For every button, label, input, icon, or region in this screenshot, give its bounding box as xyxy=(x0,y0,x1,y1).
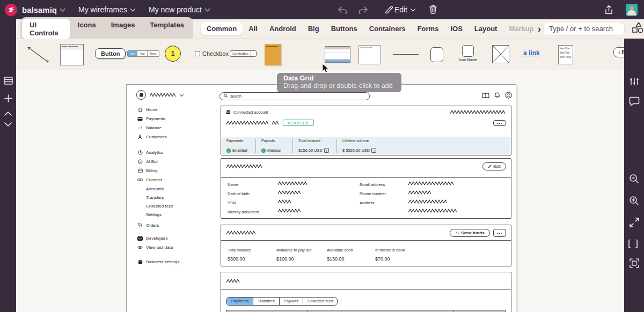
tab-collected-fees[interactable]: Collected fees xyxy=(303,298,338,305)
control-button[interactable]: Button xyxy=(95,48,126,59)
tab-payouts[interactable]: Payouts xyxy=(280,298,303,305)
tab-transfers[interactable]: Transfers xyxy=(253,298,279,305)
tab-images[interactable]: Images xyxy=(104,19,143,39)
more-categories-icon[interactable]: › xyxy=(538,23,541,35)
brackets-icon[interactable]: [ ] xyxy=(624,238,644,249)
balsamiq-logo-icon[interactable] xyxy=(5,4,17,16)
control-data-grid[interactable] xyxy=(325,46,350,63)
zoom-out-icon[interactable] xyxy=(624,174,644,184)
balance-value: $130.00 xyxy=(327,256,353,262)
editor-canvas[interactable]: Home Payments ↓↑ Balance Customers Analy… xyxy=(16,70,624,312)
field-label: SSN xyxy=(228,200,236,205)
chevron-left-icon: ‹ xyxy=(618,49,620,55)
edit-profile-button[interactable]: Edit xyxy=(482,162,506,170)
zoom-in-icon[interactable] xyxy=(624,196,644,206)
category-buttons[interactable]: Buttons xyxy=(325,22,363,35)
brand-chevron-down-icon[interactable] xyxy=(60,6,65,11)
menu-my-wireframes[interactable]: My wireframes xyxy=(78,5,135,14)
more-actions-button[interactable]: ••• xyxy=(493,229,506,237)
account-icon xyxy=(505,91,512,101)
control-sticky-note[interactable] xyxy=(265,44,281,65)
list-item: Item Two xyxy=(560,51,572,55)
edit-mode-button[interactable]: Edit xyxy=(384,2,415,17)
control-group-box[interactable]: Group Name xyxy=(358,45,381,64)
category-ios[interactable]: iOS xyxy=(444,22,468,35)
column-header: ID xyxy=(413,310,454,312)
bell-icon xyxy=(494,91,500,101)
menu-project[interactable]: My new product xyxy=(149,5,209,14)
list-item: Item One xyxy=(560,47,572,51)
group-box-label: Group Name xyxy=(360,46,372,49)
category-forms[interactable]: Forms xyxy=(412,22,445,35)
control-icon-placeholder[interactable]: Icon Name xyxy=(459,45,477,62)
tab-templates[interactable]: Templates xyxy=(143,19,192,39)
mock-nav-business-settings: Business settings xyxy=(137,259,179,264)
control-arrow[interactable] xyxy=(26,45,50,66)
control-combobox[interactable]: ComboBox ⌄ xyxy=(230,50,257,57)
storefront-icon xyxy=(226,110,231,115)
tab-ui-controls[interactable]: UI Controls xyxy=(22,19,70,39)
pencil-icon xyxy=(488,165,492,168)
menu-my-wireframes-label: My wireframes xyxy=(78,5,127,14)
category-common[interactable]: Common xyxy=(201,22,243,35)
column-header: ESTIMATED ARRIVAL xyxy=(308,310,413,312)
shapes-icon[interactable] xyxy=(630,21,644,37)
previous-page-icon[interactable] xyxy=(0,111,16,116)
mock-nav-payments: Payments xyxy=(137,116,165,121)
box-icon xyxy=(137,259,143,264)
column-header: AMOUNT xyxy=(226,310,268,312)
field-label: Address xyxy=(360,200,375,205)
fullscreen-icon[interactable] xyxy=(624,258,644,268)
field-label: Email address xyxy=(360,182,385,187)
control-numbered-badge[interactable]: 1 xyxy=(165,46,181,62)
balance-label: Total balance xyxy=(228,248,251,252)
placeholder-squiggle xyxy=(226,164,264,169)
brand-name[interactable]: balsamiq xyxy=(22,5,57,14)
trash-icon[interactable] xyxy=(426,2,441,17)
placeholder-squiggle xyxy=(408,190,434,195)
category-containers[interactable]: Containers xyxy=(363,22,412,35)
wireframe-mockup[interactable]: Home Payments ↓↑ Balance Customers Analy… xyxy=(126,84,516,312)
stat-value: $150.00 USD xyxy=(298,148,323,153)
mockup-logo xyxy=(136,90,183,100)
control-image-placeholder[interactable] xyxy=(492,45,509,63)
category-big[interactable]: Big xyxy=(302,22,325,35)
category-all[interactable]: All xyxy=(243,22,264,35)
stat-value: $ 5550.00 USD xyxy=(342,148,370,153)
properties-panel-icon[interactable] xyxy=(624,77,644,86)
category-layout[interactable]: Layout xyxy=(469,22,503,35)
comments-panel-icon[interactable] xyxy=(624,96,644,106)
pages-panel-icon[interactable] xyxy=(0,77,16,85)
zoom-fit-icon[interactable] xyxy=(624,218,644,227)
control-rounded-rect[interactable] xyxy=(430,47,443,62)
control-checkbox[interactable]: Checkbox xyxy=(195,50,229,57)
undo-icon[interactable] xyxy=(335,2,350,17)
more-actions-button[interactable]: ••• xyxy=(493,120,506,126)
mock-nav-label: Home xyxy=(146,107,157,112)
mock-search-placeholder: search xyxy=(230,94,241,98)
user-avatar[interactable] xyxy=(626,4,638,16)
category-markup[interactable]: Markup xyxy=(503,22,539,35)
mock-nav-view-test-data: View test data xyxy=(137,245,173,250)
tooltip-subtitle: Drag-and-drop or double-click to add xyxy=(283,82,395,90)
control-link[interactable]: a link xyxy=(523,49,540,57)
control-horizontal-line[interactable] xyxy=(393,54,419,55)
tab-payments[interactable]: Payments xyxy=(226,298,253,305)
add-page-icon[interactable] xyxy=(0,94,16,102)
control-list-box[interactable]: Item One Item Two Item Three xyxy=(558,45,573,64)
next-page-icon[interactable] xyxy=(0,122,16,127)
category-android[interactable]: Android xyxy=(264,22,302,35)
profile-panel: Edit Name Date of birth SSN Identity doc… xyxy=(221,158,511,219)
edit-label: Edit xyxy=(394,5,407,14)
send-funds-button[interactable]: ↑↓ Send funds xyxy=(450,229,490,237)
mock-search-field: search xyxy=(219,92,370,100)
placeholder-squiggle xyxy=(408,199,450,204)
controls-search-input[interactable] xyxy=(543,22,625,36)
tab-icons[interactable]: Icons xyxy=(70,19,104,39)
control-back-button-partial[interactable]: ‹ Bu xyxy=(613,47,624,57)
control-button-bar[interactable]: One Two Three xyxy=(127,50,159,57)
share-icon[interactable] xyxy=(601,2,616,17)
control-browser-window[interactable] xyxy=(60,44,84,65)
redo-icon[interactable] xyxy=(356,2,371,17)
balance-value: $100.00 xyxy=(276,256,311,262)
